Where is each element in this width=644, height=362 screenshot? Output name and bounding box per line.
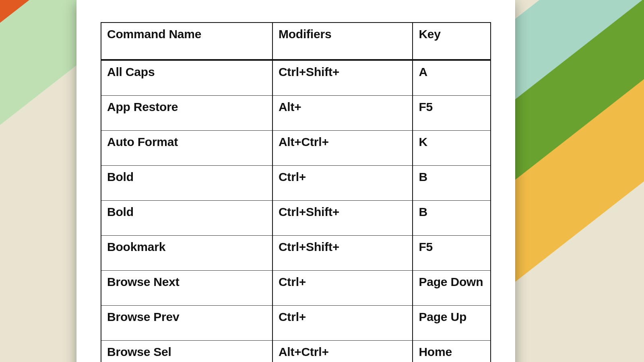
cell-key: Home bbox=[413, 341, 491, 362]
table-row: All Caps Ctrl+Shift+ A bbox=[101, 60, 491, 96]
cell-command: Browse Next bbox=[101, 271, 272, 306]
cell-modifiers: Ctrl+Shift+ bbox=[272, 201, 413, 236]
cell-command: Auto Format bbox=[101, 131, 272, 166]
header-key: Key bbox=[413, 23, 491, 60]
cell-modifiers: Alt+Ctrl+ bbox=[272, 131, 413, 166]
cell-command: Browse Prev bbox=[101, 306, 272, 341]
cell-key: Page Down bbox=[413, 271, 491, 306]
table-row: Bold Ctrl+ B bbox=[101, 166, 491, 201]
table-row: Browse Sel Alt+Ctrl+ Home bbox=[101, 341, 491, 362]
table-row: Browse Prev Ctrl+ Page Up bbox=[101, 306, 491, 341]
cell-command: App Restore bbox=[101, 96, 272, 131]
cell-modifiers: Ctrl+Shift+ bbox=[272, 60, 413, 96]
cell-command: Bold bbox=[101, 201, 272, 236]
table-row: Bookmark Ctrl+Shift+ F5 bbox=[101, 236, 491, 271]
header-modifiers: Modifiers bbox=[272, 23, 413, 60]
cell-key: K bbox=[413, 131, 491, 166]
cell-command: Browse Sel bbox=[101, 341, 272, 362]
document-page: Command Name Modifiers Key All Caps Ctrl… bbox=[76, 0, 515, 362]
cell-command: Bookmark bbox=[101, 236, 272, 271]
table-row: Auto Format Alt+Ctrl+ K bbox=[101, 131, 491, 166]
cell-modifiers: Alt+Ctrl+ bbox=[272, 341, 413, 362]
table-row: Bold Ctrl+Shift+ B bbox=[101, 201, 491, 236]
cell-key: F5 bbox=[413, 96, 491, 131]
cell-modifiers: Ctrl+ bbox=[272, 166, 413, 201]
cell-key: B bbox=[413, 201, 491, 236]
shortcuts-table: Command Name Modifiers Key All Caps Ctrl… bbox=[101, 22, 491, 362]
cell-modifiers: Alt+ bbox=[272, 96, 413, 131]
cell-key: A bbox=[413, 60, 491, 96]
table-row: Browse Next Ctrl+ Page Down bbox=[101, 271, 491, 306]
cell-key: Page Up bbox=[413, 306, 491, 341]
table-row: App Restore Alt+ F5 bbox=[101, 96, 491, 131]
cell-command: Bold bbox=[101, 166, 272, 201]
cell-key: F5 bbox=[413, 236, 491, 271]
cell-modifiers: Ctrl+ bbox=[272, 271, 413, 306]
cell-key: B bbox=[413, 166, 491, 201]
header-command: Command Name bbox=[101, 23, 272, 60]
table-header-row: Command Name Modifiers Key bbox=[101, 23, 491, 60]
cell-modifiers: Ctrl+ bbox=[272, 306, 413, 341]
cell-modifiers: Ctrl+Shift+ bbox=[272, 236, 413, 271]
cell-command: All Caps bbox=[101, 60, 272, 96]
